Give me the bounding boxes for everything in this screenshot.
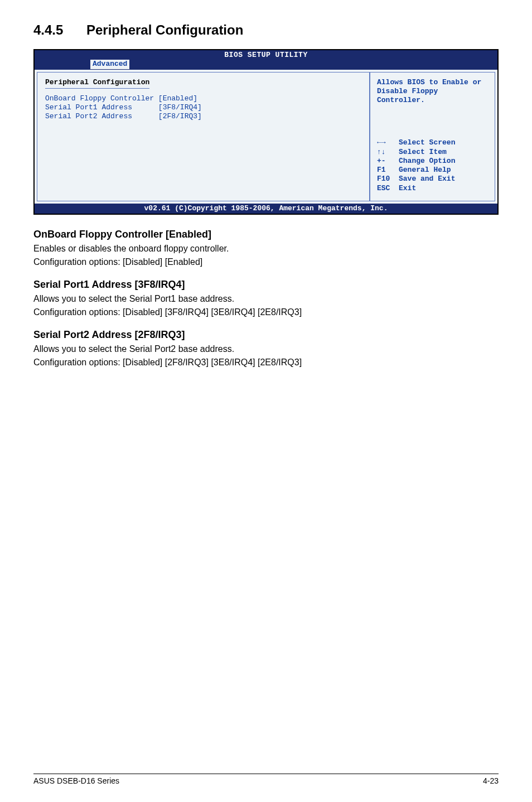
bios-key-row: ↑↓ Select Item	[377, 148, 489, 157]
item-line: Enables or disables the onboard floppy c…	[33, 243, 499, 255]
bios-setting-label: Serial Port2 Address	[45, 112, 154, 120]
section-number: 4.4.5	[33, 22, 86, 38]
bios-key-row: F10 Save and Exit	[377, 175, 489, 183]
bios-key: F1	[377, 166, 390, 174]
bios-setting-row[interactable]: OnBoard Floppy Controller [Enabled]	[45, 94, 361, 103]
bios-tab-bar: Advanced	[35, 60, 497, 69]
bios-help-text: Allows BIOS to Enable or Disable Floppy …	[377, 78, 489, 105]
footer-right: 4-23	[483, 776, 499, 785]
bios-left-pane: Peripheral Configuration OnBoard Floppy …	[37, 72, 370, 201]
footer-left: ASUS DSEB-D16 Series	[33, 776, 119, 785]
bios-key-desc: Change Option	[399, 157, 455, 165]
page: 4.4.5Peripheral Configuration BIOS SETUP…	[0, 0, 532, 802]
bios-key-row: ←→ Select Screen	[377, 138, 489, 147]
bios-key-desc: General Help	[399, 166, 451, 174]
bios-key-desc: Select Screen	[399, 138, 455, 147]
bios-key: ←→	[377, 138, 390, 147]
item-heading: Serial Port2 Address [2F8/IRQ3]	[33, 329, 499, 341]
bios-screenshot: BIOS SETUP UTILITY Advanced Peripheral C…	[33, 49, 499, 215]
bios-key: F10	[377, 175, 390, 183]
bios-setting-value: [2F8/IRQ3]	[158, 112, 202, 120]
bios-setting-label: OnBoard Floppy Controller	[45, 94, 154, 103]
item-line: Configuration options: [Disabled] [Enabl…	[33, 256, 499, 268]
bios-key-row: +- Change Option	[377, 157, 489, 166]
item-line: Allows you to select the Serial Port1 ba…	[33, 293, 499, 305]
page-footer: ASUS DSEB-D16 Series 4-23	[33, 774, 499, 785]
bios-setting-label: Serial Port1 Address	[45, 103, 154, 112]
bios-right-pane: Allows BIOS to Enable or Disable Floppy …	[370, 72, 495, 201]
bios-footer: v02.61 (C)Copyright 1985-2006, American …	[35, 204, 497, 214]
bios-header-title: BIOS SETUP UTILITY	[35, 51, 497, 60]
item-line: Configuration options: [Disabled] [3F8/I…	[33, 306, 499, 318]
bios-key-desc: Exit	[399, 184, 416, 192]
bios-key: ESC	[377, 184, 390, 192]
section-title: 4.4.5Peripheral Configuration	[33, 22, 499, 38]
bios-body: Peripheral Configuration OnBoard Floppy …	[35, 70, 497, 204]
bios-key-row: ESC Exit	[377, 184, 489, 193]
bios-setting-value: [Enabled]	[158, 94, 197, 103]
bios-key: +-	[377, 157, 390, 165]
bios-key-legend: ←→ Select Screen ↑↓ Select Item +- Chang…	[377, 138, 489, 193]
bios-tab-advanced[interactable]: Advanced	[90, 60, 129, 69]
section-heading: Peripheral Configuration	[86, 22, 243, 37]
bios-setting-row[interactable]: Serial Port2 Address [2F8/IRQ3]	[45, 112, 361, 121]
bios-setting-value: [3F8/IRQ4]	[158, 103, 202, 112]
bios-key-row: F1 General Help	[377, 166, 489, 175]
bios-setting-rows: OnBoard Floppy Controller [Enabled] Seri…	[45, 94, 361, 122]
item-line: Allows you to select the Serial Port2 ba…	[33, 343, 499, 355]
bios-header: BIOS SETUP UTILITY Advanced	[35, 50, 497, 70]
bios-key: ↑↓	[377, 148, 390, 156]
item-line: Configuration options: [Disabled] [2F8/I…	[33, 356, 499, 369]
item-heading: OnBoard Floppy Controller [Enabled]	[33, 229, 499, 240]
bios-key-desc: Select Item	[399, 148, 447, 156]
item-heading: Serial Port1 Address [3F8/IRQ4]	[33, 279, 499, 291]
bios-key-desc: Save and Exit	[399, 175, 455, 183]
bios-left-heading: Peripheral Configuration	[45, 78, 149, 89]
bios-setting-row[interactable]: Serial Port1 Address [3F8/IRQ4]	[45, 103, 361, 112]
